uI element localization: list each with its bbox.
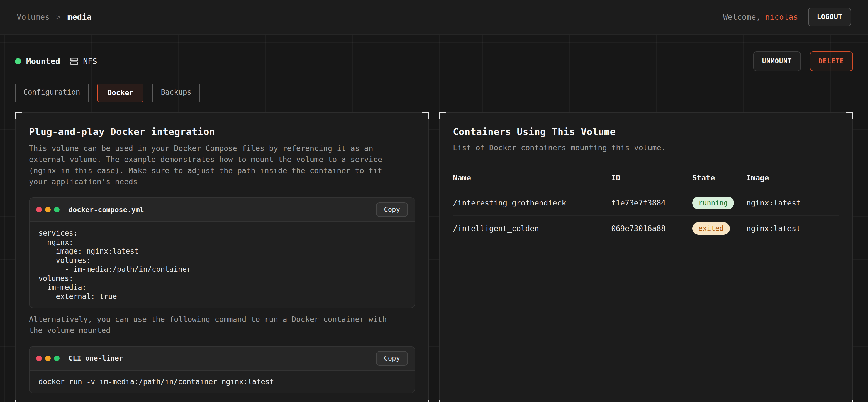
filesystem-type: NFS xyxy=(70,57,97,66)
traffic-light-green-icon xyxy=(54,207,60,212)
card-corner-bracket xyxy=(15,112,22,120)
containers-table-header-row: Name ID State Image xyxy=(453,169,839,190)
cli-code-block: CLI one-liner Copy docker run -v im-medi… xyxy=(29,346,415,394)
compose-code: services: nginx: image: nginx:latest vol… xyxy=(30,222,414,308)
container-image: nginx:latest xyxy=(746,216,839,241)
traffic-light-red-icon xyxy=(36,356,42,361)
traffic-light-red-icon xyxy=(36,207,42,212)
docker-panel-description: This volume can be used in your Docker C… xyxy=(29,143,394,187)
container-row: /interesting_grothendieck f1e73e7f3884 r… xyxy=(453,190,839,216)
breadcrumb-volumes-link[interactable]: Volumes xyxy=(17,12,50,22)
nfs-stack-icon xyxy=(70,57,79,66)
container-row: /intelligent_colden 069e73016a88 exited … xyxy=(453,216,839,241)
tab-docker-label: Docker xyxy=(107,89,134,97)
panels-row: Plug-and-play Docker integration This vo… xyxy=(15,112,853,402)
traffic-light-yellow-icon xyxy=(45,207,51,212)
cli-intro-text: Alternatively, you can use the following… xyxy=(29,314,394,336)
mounted-status-dot xyxy=(15,58,21,64)
card-corner-bracket xyxy=(15,400,22,402)
column-header-state: State xyxy=(692,169,746,190)
volume-actions: UNMOUNT DELETE xyxy=(753,51,853,71)
card-corner-bracket xyxy=(422,400,429,402)
card-corner-bracket xyxy=(846,400,853,402)
top-bar: Volumes > media Welcome, nicolas LOGOUT xyxy=(0,0,868,35)
container-name: /intelligent_colden xyxy=(453,216,611,241)
breadcrumb: Volumes > media xyxy=(17,12,92,22)
card-corner-bracket xyxy=(422,112,429,120)
breadcrumb-separator: > xyxy=(56,13,61,21)
app-root: Volumes > media Welcome, nicolas LOGOUT … xyxy=(0,0,868,402)
tab-backups[interactable]: Backups xyxy=(152,83,200,102)
column-header-name: Name xyxy=(453,169,611,190)
tab-backups-label: Backups xyxy=(161,88,191,96)
docker-integration-panel: Plug-and-play Docker integration This vo… xyxy=(15,112,429,402)
traffic-light-yellow-icon xyxy=(45,356,51,361)
state-badge-exited: exited xyxy=(692,222,730,235)
tab-docker[interactable]: Docker xyxy=(97,83,144,102)
traffic-light-green-icon xyxy=(54,356,60,361)
compose-code-header: docker-compose.yml Copy xyxy=(30,198,414,222)
header-right: Welcome, nicolas LOGOUT xyxy=(723,7,851,27)
mounted-status-label: Mounted xyxy=(26,57,60,66)
tab-bar: Configuration Docker Backups xyxy=(15,83,853,102)
welcome-text: Welcome, xyxy=(723,12,761,22)
delete-button[interactable]: DELETE xyxy=(810,51,853,71)
card-corner-bracket xyxy=(846,112,853,120)
container-image: nginx:latest xyxy=(746,190,839,216)
containers-panel: Containers Using This Volume List of Doc… xyxy=(439,112,853,402)
tab-configuration[interactable]: Configuration xyxy=(15,83,89,102)
cli-code: docker run -v im-media:/path/in/containe… xyxy=(30,371,414,393)
container-state: exited xyxy=(692,216,746,241)
card-corner-bracket xyxy=(439,400,446,402)
compose-code-block: docker-compose.yml Copy services: nginx:… xyxy=(29,197,415,308)
container-name: /interesting_grothendieck xyxy=(453,190,611,216)
tab-configuration-label: Configuration xyxy=(23,88,80,96)
column-header-image: Image xyxy=(746,169,839,190)
volume-status-row: Mounted NFS UNMOUNT DELETE xyxy=(15,51,853,71)
column-header-id: ID xyxy=(611,169,692,190)
cli-copy-button[interactable]: Copy xyxy=(376,351,408,366)
breadcrumb-current-volume: media xyxy=(67,12,92,22)
volume-detail-page: Mounted NFS UNMOUNT DELETE Configuration xyxy=(0,51,868,402)
logout-button[interactable]: LOGOUT xyxy=(808,7,851,27)
docker-panel-title: Plug-and-play Docker integration xyxy=(29,126,415,137)
unmount-button[interactable]: UNMOUNT xyxy=(753,51,801,71)
container-id: f1e73e7f3884 xyxy=(611,190,692,216)
containers-panel-subtitle: List of Docker containers mounting this … xyxy=(453,142,839,154)
card-corner-bracket xyxy=(439,112,446,120)
containers-panel-title: Containers Using This Volume xyxy=(453,126,839,137)
container-id: 069e73016a88 xyxy=(611,216,692,241)
container-state: running xyxy=(692,190,746,216)
fs-type-label: NFS xyxy=(83,57,97,66)
state-badge-running: running xyxy=(692,197,734,209)
compose-filename: docker-compose.yml xyxy=(68,206,144,214)
compose-copy-button[interactable]: Copy xyxy=(376,202,408,217)
containers-table: Name ID State Image /interesting_grothen… xyxy=(453,169,839,241)
username: nicolas xyxy=(765,12,798,22)
cli-filename: CLI one-liner xyxy=(68,354,123,362)
cli-code-header: CLI one-liner Copy xyxy=(30,346,414,371)
